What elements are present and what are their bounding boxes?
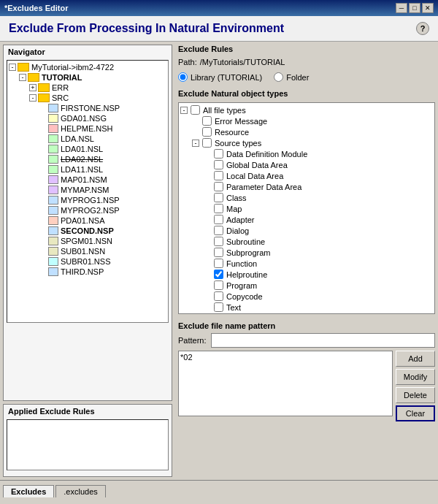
pattern-item: *02 [180, 353, 391, 362]
applied-exclude-rules-list [7, 419, 169, 470]
tree-item[interactable]: HELPME.NSH [9, 123, 166, 134]
checkbox-input[interactable] [214, 215, 223, 224]
checkbox-input[interactable] [214, 149, 223, 159]
checkbox-item[interactable]: Adapter [180, 214, 433, 225]
radio-library[interactable]: Library (TUTORIAL) [178, 72, 262, 82]
tree-item[interactable]: LDA01.NSL [9, 144, 166, 154]
tree-toggle[interactable]: - [29, 94, 36, 102]
checkbox-item[interactable]: Class [180, 192, 433, 203]
checkbox-item[interactable]: Error Message [180, 115, 433, 126]
checkbox-item[interactable]: Helproutine [180, 269, 433, 280]
tree-item[interactable]: MAP01.NSM [9, 175, 166, 185]
minimize-button[interactable]: ─ [396, 3, 407, 13]
pattern-input[interactable] [211, 333, 435, 348]
tree-item[interactable]: -TUTORIAL [9, 72, 166, 83]
tree-item[interactable]: +ERR [9, 83, 166, 93]
help-icon[interactable]: ? [416, 22, 429, 35]
checkbox-item[interactable]: Function [180, 258, 433, 269]
checkbox-item[interactable]: Text [180, 302, 433, 313]
checkbox-input[interactable] [202, 127, 212, 137]
cb-toggle[interactable]: - [192, 140, 199, 147]
radio-library-input[interactable] [178, 72, 188, 82]
tab-excludes[interactable]: Excludes [3, 485, 54, 497]
main-content: Navigator -MyTutorial->ibm2-4722-TUTORIA… [0, 42, 438, 480]
path-value: /MyTutorials/TUTORIAL [200, 58, 285, 66]
navigator-tree[interactable]: -MyTutorial->ibm2-4722-TUTORIAL+ERR-SRCF… [7, 60, 169, 323]
checkbox-item[interactable]: Global Data Area [180, 159, 433, 170]
tab-bar: Excludes .excludes [0, 480, 438, 497]
title-bar-buttons[interactable]: ─ □ ✕ [396, 3, 434, 13]
tree-item[interactable]: PDA01.NSA [9, 215, 166, 226]
checkbox-input[interactable] [214, 204, 223, 213]
radio-folder[interactable]: Folder [274, 72, 309, 82]
tree-item[interactable]: MYMAP.NSM [9, 185, 166, 195]
tree-item[interactable]: SPGM01.NSN [9, 236, 166, 246]
checkbox-input[interactable] [214, 182, 223, 191]
checkbox-input[interactable] [214, 160, 223, 169]
checkbox-input[interactable] [214, 259, 223, 268]
add-button[interactable]: Add [396, 351, 435, 367]
checkbox-input[interactable] [214, 226, 223, 235]
checkbox-input[interactable] [191, 105, 200, 115]
page-title: Exclude From Processing In Natural Envir… [9, 22, 284, 35]
navigator-panel: Navigator -MyTutorial->ibm2-4722-TUTORIA… [3, 45, 172, 401]
checkbox-item[interactable]: Resource [180, 126, 433, 137]
path-label: Path: [178, 58, 197, 66]
object-types-tree[interactable]: -All file typesError MessageResource-Sou… [178, 102, 435, 314]
left-panel: Navigator -MyTutorial->ibm2-4722-TUTORIA… [0, 42, 175, 480]
file-pattern-label: Exclude file name pattern [178, 321, 435, 330]
checkbox-item[interactable]: Subroutine [180, 236, 433, 247]
tree-item[interactable]: -SRC [9, 93, 166, 103]
checkbox-item[interactable]: -Source types [180, 137, 433, 148]
checkbox-input[interactable] [214, 302, 223, 312]
tree-item[interactable]: MYPROG2.NSP [9, 205, 166, 215]
tree-item[interactable]: -MyTutorial->ibm2-4722 [9, 62, 166, 72]
checkbox-input[interactable] [214, 291, 223, 301]
checkbox-item[interactable]: Program [180, 280, 433, 291]
checkbox-item[interactable]: Subprogram [180, 247, 433, 258]
checkbox-item[interactable]: Parameter Data Area [180, 181, 433, 192]
tree-item[interactable]: SUB01.NSN [9, 246, 166, 256]
maximize-button[interactable]: □ [409, 3, 420, 13]
checkbox-item[interactable]: Copycode [180, 291, 433, 302]
checkbox-item[interactable]: Dialog [180, 225, 433, 236]
tab-dotexcludes[interactable]: .excludes [55, 485, 105, 497]
close-button[interactable]: ✕ [422, 3, 434, 13]
checkbox-input[interactable] [202, 116, 212, 126]
pattern-buttons: Add Modify Delete Clear [396, 351, 435, 421]
checkbox-item[interactable]: -All file types [180, 104, 433, 115]
delete-button[interactable]: Delete [396, 387, 435, 403]
checkbox-input[interactable] [214, 193, 223, 202]
applied-exclude-rules-label: Applied Exclude Rules [4, 405, 172, 418]
tree-item[interactable]: LDA.NSL [9, 134, 166, 144]
tree-toggle[interactable]: - [19, 74, 26, 81]
modify-button[interactable]: Modify [396, 369, 435, 385]
title-bar: *Excludes Editor ─ □ ✕ [0, 0, 438, 16]
pattern-label-text: Pattern: [178, 336, 207, 345]
tree-item[interactable]: MYPROG1.NSP [9, 195, 166, 205]
pattern-list-area: *02 Add Modify Delete Clear [178, 351, 435, 421]
radio-folder-input[interactable] [274, 72, 283, 82]
clear-button[interactable]: Clear [396, 405, 435, 421]
checkbox-input[interactable] [214, 171, 223, 180]
tree-item[interactable]: SECOND.NSP [9, 226, 166, 236]
checkbox-item[interactable]: Local Data Area [180, 170, 433, 181]
applied-exclude-rules-panel: Applied Exclude Rules [3, 404, 172, 477]
tree-toggle[interactable]: - [9, 64, 16, 71]
tree-toggle[interactable]: + [29, 84, 36, 91]
checkbox-item[interactable]: Map [180, 203, 433, 214]
exclude-rules-header: Exclude Rules [178, 45, 435, 53]
checkbox-input[interactable] [214, 270, 223, 279]
tree-item[interactable]: LDA11.NSL [9, 164, 166, 175]
tree-item[interactable]: FIRSTONE.NSP [9, 103, 166, 113]
tree-item[interactable]: SUBR01.NSS [9, 256, 166, 267]
checkbox-input[interactable] [214, 280, 223, 290]
cb-toggle[interactable]: - [180, 107, 188, 114]
checkbox-input[interactable] [214, 248, 223, 257]
checkbox-input[interactable] [202, 138, 212, 148]
tree-item[interactable]: GDA01.NSG [9, 113, 166, 123]
checkbox-item[interactable]: Data Definition Module [180, 148, 433, 159]
tree-item[interactable]: THIRD.NSP [9, 267, 166, 277]
tree-item[interactable]: LDA02.NSL [9, 154, 166, 164]
checkbox-input[interactable] [214, 237, 223, 246]
